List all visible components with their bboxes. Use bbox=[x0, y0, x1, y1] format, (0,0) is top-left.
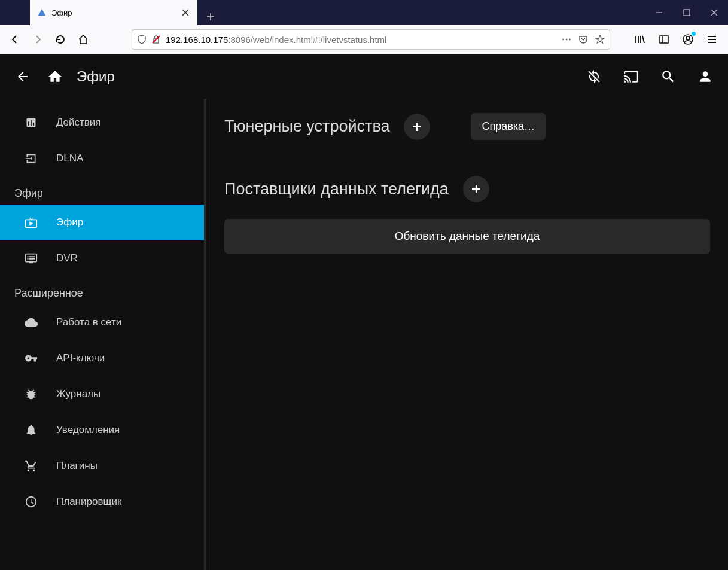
app-body: Действия DLNA Эфир Эфир DVR Расширенное … bbox=[0, 99, 728, 570]
sidebar-item-notifications[interactable]: Уведомления bbox=[0, 412, 204, 448]
window-controls bbox=[645, 0, 728, 25]
section-title-tuners: Тюнерные устройства bbox=[224, 117, 389, 136]
sidebar-item-label: Эфир bbox=[56, 217, 83, 228]
svg-marker-1 bbox=[38, 9, 45, 16]
svg-rect-2 bbox=[684, 10, 690, 16]
window-close-button[interactable] bbox=[700, 0, 728, 25]
sidebar: Действия DLNA Эфир Эфир DVR Расширенное … bbox=[0, 99, 206, 570]
section-title-guides: Поставщики данных телегида bbox=[224, 180, 449, 199]
sidebar-item-label: API-ключи bbox=[56, 352, 105, 364]
refresh-guide-button[interactable]: Обновить данные телегида bbox=[224, 219, 710, 254]
svg-rect-14 bbox=[28, 121, 29, 126]
sidebar-item-label: DLNA bbox=[56, 153, 83, 164]
browser-toolbar: 192.168.10.175:8096/web/index.html#!/liv… bbox=[0, 25, 728, 54]
input-icon bbox=[24, 151, 38, 166]
chart-icon bbox=[24, 115, 38, 130]
cast-icon[interactable] bbox=[623, 68, 639, 85]
sidebar-item-label: Журналы bbox=[56, 388, 100, 400]
sync-off-icon[interactable] bbox=[586, 68, 602, 85]
maximize-button[interactable] bbox=[673, 0, 700, 25]
sidebar-item-label: Планировщик bbox=[56, 496, 121, 508]
sidebar-group-advanced: Расширенное bbox=[0, 276, 204, 304]
help-button[interactable]: Справка… bbox=[471, 113, 546, 140]
pocket-icon[interactable] bbox=[578, 35, 588, 44]
svg-point-5 bbox=[562, 39, 564, 41]
sidebar-item-scheduler[interactable]: Планировщик bbox=[0, 484, 204, 520]
sidebar-icon[interactable] bbox=[655, 31, 673, 48]
sidebar-item-logs[interactable]: Журналы bbox=[0, 376, 204, 412]
browser-titlebar: Эфир bbox=[0, 0, 728, 25]
tuner-devices-section: Тюнерные устройства Справка… bbox=[224, 113, 710, 140]
page-title: Эфир bbox=[77, 68, 570, 85]
sidebar-item-label: Уведомления bbox=[56, 424, 120, 436]
add-tuner-button[interactable] bbox=[404, 114, 430, 140]
app-back-button[interactable] bbox=[14, 68, 31, 85]
svg-point-6 bbox=[566, 39, 568, 41]
svg-point-7 bbox=[569, 39, 571, 41]
clock-icon bbox=[24, 495, 38, 509]
lock-insecure-icon[interactable] bbox=[151, 35, 161, 44]
livetv-icon bbox=[24, 215, 38, 230]
browser-tab[interactable]: Эфир bbox=[30, 0, 197, 25]
bookmark-star-icon[interactable] bbox=[595, 35, 605, 44]
bell-icon bbox=[24, 423, 38, 437]
sidebar-item-dlna[interactable]: DLNA bbox=[0, 141, 204, 176]
close-icon[interactable] bbox=[181, 8, 190, 17]
reload-button[interactable] bbox=[50, 29, 71, 50]
bug-icon bbox=[24, 387, 38, 401]
new-tab-button[interactable] bbox=[202, 8, 219, 25]
sidebar-item-activity[interactable]: Действия bbox=[0, 105, 204, 141]
svg-rect-16 bbox=[33, 123, 34, 126]
home-button[interactable] bbox=[73, 29, 93, 50]
cart-icon bbox=[24, 459, 38, 473]
page-actions-icon[interactable] bbox=[562, 35, 571, 44]
app-home-button[interactable] bbox=[47, 68, 63, 85]
svg-point-11 bbox=[686, 36, 690, 40]
sidebar-item-networking[interactable]: Работа в сети bbox=[0, 304, 204, 340]
library-icon[interactable] bbox=[631, 31, 649, 48]
guide-providers-section: Поставщики данных телегида Обновить данн… bbox=[224, 176, 710, 254]
cloud-icon bbox=[24, 315, 38, 330]
minimize-button[interactable] bbox=[645, 0, 673, 25]
favicon-jellyfin-icon bbox=[37, 8, 47, 17]
back-button[interactable] bbox=[5, 29, 25, 50]
sidebar-item-label: Работа в сети bbox=[56, 316, 121, 328]
hamburger-menu-icon[interactable] bbox=[703, 31, 721, 48]
sidebar-group-live: Эфир bbox=[0, 176, 204, 205]
url-text: 192.168.10.175:8096/web/index.html#!/liv… bbox=[166, 35, 557, 45]
sidebar-item-livetv[interactable]: Эфир bbox=[0, 205, 204, 240]
tab-title: Эфир bbox=[51, 8, 176, 17]
dvr-icon bbox=[24, 251, 38, 266]
sidebar-item-label: DVR bbox=[56, 252, 78, 264]
sidebar-item-dvr[interactable]: DVR bbox=[0, 240, 204, 276]
account-icon[interactable] bbox=[679, 31, 697, 48]
key-icon bbox=[24, 351, 38, 365]
svg-rect-8 bbox=[660, 36, 668, 43]
sidebar-item-apikeys[interactable]: API-ключи bbox=[0, 340, 204, 376]
notification-dot bbox=[692, 32, 696, 36]
svg-rect-15 bbox=[31, 120, 32, 126]
forward-button[interactable] bbox=[28, 29, 48, 50]
add-guide-provider-button[interactable] bbox=[463, 176, 489, 202]
user-icon[interactable] bbox=[697, 68, 714, 85]
sidebar-item-label: Действия bbox=[56, 117, 100, 129]
shield-icon[interactable] bbox=[137, 35, 147, 44]
sidebar-item-plugins[interactable]: Плагины bbox=[0, 448, 204, 484]
search-icon[interactable] bbox=[660, 68, 677, 85]
url-bar[interactable]: 192.168.10.175:8096/web/index.html#!/liv… bbox=[132, 29, 610, 50]
main-content: Тюнерные устройства Справка… Поставщики … bbox=[206, 99, 728, 570]
app-header: Эфир bbox=[0, 54, 728, 99]
sidebar-item-label: Плагины bbox=[56, 460, 98, 472]
